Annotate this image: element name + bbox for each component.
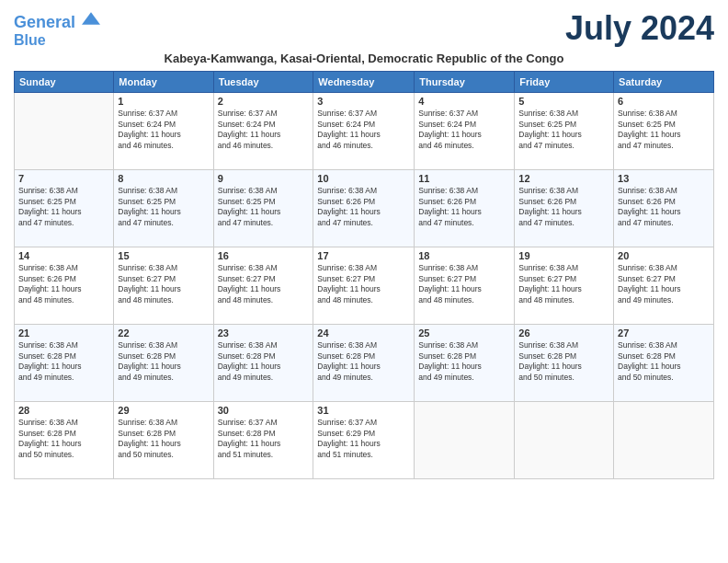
day-info: Sunrise: 6:38 AM Sunset: 6:28 PM Dayligh… [618, 340, 710, 383]
table-row: 27Sunrise: 6:38 AM Sunset: 6:28 PM Dayli… [614, 325, 714, 402]
table-row: 13Sunrise: 6:38 AM Sunset: 6:26 PM Dayli… [614, 170, 714, 247]
table-row: 10Sunrise: 6:38 AM Sunset: 6:26 PM Dayli… [313, 170, 415, 247]
day-info: Sunrise: 6:37 AM Sunset: 6:24 PM Dayligh… [218, 109, 310, 151]
day-number: 3 [317, 96, 410, 107]
day-info: Sunrise: 6:38 AM Sunset: 6:28 PM Dayligh… [317, 340, 410, 383]
table-row: 28Sunrise: 6:38 AM Sunset: 6:28 PM Dayli… [15, 402, 114, 479]
day-number: 19 [518, 250, 609, 261]
day-number: 14 [18, 250, 109, 261]
day-number: 16 [218, 250, 310, 261]
day-info: Sunrise: 6:38 AM Sunset: 6:25 PM Dayligh… [518, 109, 609, 151]
day-info: Sunrise: 6:38 AM Sunset: 6:27 PM Dayligh… [618, 263, 710, 305]
table-row [614, 402, 714, 479]
day-info: Sunrise: 6:38 AM Sunset: 6:25 PM Dayligh… [618, 109, 710, 151]
day-number: 25 [418, 327, 510, 339]
header-thursday: Thursday [415, 72, 515, 93]
header-friday: Friday [515, 72, 614, 93]
day-number: 27 [618, 327, 710, 339]
day-number: 31 [317, 405, 410, 416]
day-info: Sunrise: 6:38 AM Sunset: 6:26 PM Dayligh… [418, 186, 510, 228]
day-info: Sunrise: 6:37 AM Sunset: 6:24 PM Dayligh… [418, 109, 510, 151]
day-number: 28 [18, 405, 109, 416]
day-info: Sunrise: 6:38 AM Sunset: 6:25 PM Dayligh… [218, 186, 310, 228]
table-row: 8Sunrise: 6:38 AM Sunset: 6:25 PM Daylig… [114, 170, 213, 247]
day-number: 5 [518, 96, 609, 107]
day-number: 12 [518, 173, 609, 184]
day-info: Sunrise: 6:38 AM Sunset: 6:25 PM Dayligh… [18, 186, 109, 228]
day-info: Sunrise: 6:37 AM Sunset: 6:29 PM Dayligh… [317, 418, 410, 460]
day-info: Sunrise: 6:38 AM Sunset: 6:27 PM Dayligh… [418, 263, 510, 305]
day-number: 8 [118, 173, 209, 184]
header-sunday: Sunday [15, 72, 114, 93]
table-row: 6Sunrise: 6:38 AM Sunset: 6:25 PM Daylig… [614, 93, 714, 170]
table-row: 21Sunrise: 6:38 AM Sunset: 6:28 PM Dayli… [15, 325, 114, 402]
day-number: 9 [218, 173, 310, 184]
calendar-week-row: 28Sunrise: 6:38 AM Sunset: 6:28 PM Dayli… [15, 402, 714, 479]
calendar-week-row: 1Sunrise: 6:37 AM Sunset: 6:24 PM Daylig… [15, 93, 714, 170]
header-tuesday: Tuesday [213, 72, 313, 93]
table-row: 14Sunrise: 6:38 AM Sunset: 6:26 PM Dayli… [15, 247, 114, 325]
day-number: 11 [418, 173, 510, 184]
calendar-week-row: 7Sunrise: 6:38 AM Sunset: 6:25 PM Daylig… [15, 170, 714, 247]
day-number: 30 [218, 405, 310, 416]
day-number: 21 [18, 327, 109, 339]
day-info: Sunrise: 6:38 AM Sunset: 6:28 PM Dayligh… [518, 340, 609, 383]
table-row: 30Sunrise: 6:37 AM Sunset: 6:28 PM Dayli… [213, 402, 313, 479]
table-row: 19Sunrise: 6:38 AM Sunset: 6:27 PM Dayli… [515, 247, 614, 325]
day-info: Sunrise: 6:38 AM Sunset: 6:26 PM Dayligh… [317, 186, 410, 228]
day-info: Sunrise: 6:38 AM Sunset: 6:28 PM Dayligh… [18, 418, 109, 460]
day-info: Sunrise: 6:38 AM Sunset: 6:27 PM Dayligh… [118, 263, 209, 305]
day-info: Sunrise: 6:38 AM Sunset: 6:28 PM Dayligh… [418, 340, 510, 383]
table-row [15, 93, 114, 170]
day-number: 6 [618, 96, 710, 107]
calendar-week-row: 14Sunrise: 6:38 AM Sunset: 6:26 PM Dayli… [15, 247, 714, 325]
table-row: 1Sunrise: 6:37 AM Sunset: 6:24 PM Daylig… [114, 93, 213, 170]
table-row: 12Sunrise: 6:38 AM Sunset: 6:26 PM Dayli… [515, 170, 614, 247]
calendar-header-row: Sunday Monday Tuesday Wednesday Thursday… [15, 72, 714, 93]
day-number: 29 [118, 405, 209, 416]
day-info: Sunrise: 6:38 AM Sunset: 6:25 PM Dayligh… [118, 186, 209, 228]
day-number: 23 [218, 327, 310, 339]
calendar-week-row: 21Sunrise: 6:38 AM Sunset: 6:28 PM Dayli… [15, 325, 714, 402]
day-info: Sunrise: 6:38 AM Sunset: 6:27 PM Dayligh… [518, 263, 609, 305]
logo: General Blue [14, 9, 100, 48]
svg-marker-0 [82, 12, 100, 24]
table-row: 4Sunrise: 6:37 AM Sunset: 6:24 PM Daylig… [415, 93, 515, 170]
table-row: 23Sunrise: 6:38 AM Sunset: 6:28 PM Dayli… [213, 325, 313, 402]
day-number: 22 [118, 327, 209, 339]
table-row: 26Sunrise: 6:38 AM Sunset: 6:28 PM Dayli… [515, 325, 614, 402]
table-row: 22Sunrise: 6:38 AM Sunset: 6:28 PM Dayli… [114, 325, 213, 402]
table-row: 2Sunrise: 6:37 AM Sunset: 6:24 PM Daylig… [213, 93, 313, 170]
table-row [515, 402, 614, 479]
day-info: Sunrise: 6:38 AM Sunset: 6:27 PM Dayligh… [317, 263, 410, 305]
day-info: Sunrise: 6:37 AM Sunset: 6:24 PM Dayligh… [118, 109, 209, 151]
table-row: 29Sunrise: 6:38 AM Sunset: 6:28 PM Dayli… [114, 402, 213, 479]
day-info: Sunrise: 6:38 AM Sunset: 6:28 PM Dayligh… [118, 418, 209, 460]
calendar-subtitle: Kabeya-Kamwanga, Kasai-Oriental, Democra… [14, 52, 714, 65]
day-info: Sunrise: 6:38 AM Sunset: 6:26 PM Dayligh… [518, 186, 609, 228]
day-number: 20 [618, 250, 710, 261]
table-row [415, 402, 515, 479]
day-info: Sunrise: 6:38 AM Sunset: 6:26 PM Dayligh… [618, 186, 710, 228]
day-info: Sunrise: 6:38 AM Sunset: 6:28 PM Dayligh… [18, 340, 109, 383]
day-info: Sunrise: 6:37 AM Sunset: 6:24 PM Dayligh… [317, 109, 410, 151]
table-row: 11Sunrise: 6:38 AM Sunset: 6:26 PM Dayli… [415, 170, 515, 247]
day-info: Sunrise: 6:38 AM Sunset: 6:26 PM Dayligh… [18, 263, 109, 305]
day-info: Sunrise: 6:37 AM Sunset: 6:28 PM Dayligh… [218, 418, 310, 460]
table-row: 16Sunrise: 6:38 AM Sunset: 6:27 PM Dayli… [213, 247, 313, 325]
header-saturday: Saturday [614, 72, 714, 93]
table-row: 15Sunrise: 6:38 AM Sunset: 6:27 PM Dayli… [114, 247, 213, 325]
table-row: 18Sunrise: 6:38 AM Sunset: 6:27 PM Dayli… [415, 247, 515, 325]
day-info: Sunrise: 6:38 AM Sunset: 6:28 PM Dayligh… [118, 340, 209, 383]
table-row: 7Sunrise: 6:38 AM Sunset: 6:25 PM Daylig… [15, 170, 114, 247]
day-number: 10 [317, 173, 410, 184]
day-info: Sunrise: 6:38 AM Sunset: 6:28 PM Dayligh… [218, 340, 310, 383]
day-number: 4 [418, 96, 510, 107]
table-row: 9Sunrise: 6:38 AM Sunset: 6:25 PM Daylig… [213, 170, 313, 247]
table-row: 31Sunrise: 6:37 AM Sunset: 6:29 PM Dayli… [313, 402, 415, 479]
day-number: 1 [118, 96, 209, 107]
header-monday: Monday [114, 72, 213, 93]
table-row: 17Sunrise: 6:38 AM Sunset: 6:27 PM Dayli… [313, 247, 415, 325]
logo-text: General Blue [14, 9, 100, 48]
month-title: July 2024 [565, 9, 714, 48]
